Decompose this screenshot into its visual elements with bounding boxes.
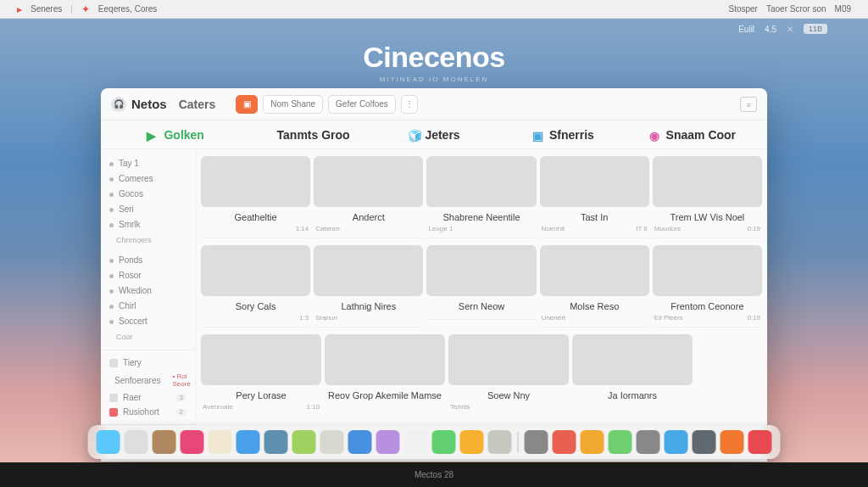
category-label: Sfnerris: [549, 128, 594, 142]
row-extra: • Rol Seore: [172, 372, 190, 388]
card-meta-right: 0:19: [747, 314, 760, 322]
share-button[interactable]: Nom Shane: [263, 95, 323, 114]
row-icon: [109, 408, 118, 417]
dock-app[interactable]: [609, 430, 632, 454]
dock-app[interactable]: [665, 430, 688, 454]
category-label: Jeters: [425, 128, 459, 142]
row-icon: [109, 394, 118, 402]
category-jeters[interactable]: 🧊Jeters: [370, 128, 498, 142]
sidebar-item[interactable]: Smrlk: [108, 217, 188, 232]
more-button[interactable]: ⋮: [401, 95, 418, 114]
category-golken[interactable]: ▶Golken: [111, 128, 240, 142]
media-card[interactable]: Ja Iormanrs: [572, 333, 693, 411]
thumbnail: [325, 334, 445, 385]
sidebar-row[interactable]: Raer3: [108, 390, 188, 405]
dock-app[interactable]: [460, 430, 484, 454]
card-title: Sern Neow: [426, 301, 536, 311]
category-sfnerris[interactable]: ▣Sfnerris: [498, 128, 627, 142]
media-card[interactable]: Pery Lorase Avenroale1:10: [201, 333, 321, 411]
sidebar-item[interactable]: Seri: [108, 202, 188, 217]
dock-app[interactable]: [553, 430, 576, 454]
dock-app[interactable]: [432, 430, 456, 454]
dock-app[interactable]: [348, 430, 372, 454]
category-icon: ◉: [649, 129, 661, 141]
sidebar-item[interactable]: Tay 1: [108, 156, 188, 171]
media-card[interactable]: Sory Cals 1:3: [201, 244, 310, 327]
sidebar-item[interactable]: Wkedion: [108, 283, 188, 299]
row-label: Rusiohort: [123, 407, 159, 417]
sidebar-item[interactable]: Rosor: [108, 268, 188, 283]
colors-button[interactable]: Gefer Colfoes: [328, 95, 396, 114]
tray-icon[interactable]: ⌅: [740, 97, 757, 112]
media-card[interactable]: Lathnig Nires Sranun: [314, 244, 423, 327]
dock-app[interactable]: [376, 430, 400, 454]
card-title: Trem LW Vis Noel: [653, 212, 762, 222]
card-meta-left: Terints: [450, 403, 470, 411]
dock-app[interactable]: [693, 430, 716, 454]
dock-app[interactable]: [525, 430, 548, 454]
sidebar-item[interactable]: Ponds: [108, 253, 188, 268]
tab-caters[interactable]: Caters: [179, 98, 216, 111]
sidebar-item[interactable]: Comeres: [108, 171, 188, 187]
menubar-item[interactable]: Eeqeres, Cores: [98, 4, 157, 14]
media-card[interactable]: Reov Grop Akemile Mamse: [325, 333, 445, 411]
dock-app[interactable]: [264, 430, 288, 454]
dock-app[interactable]: [97, 430, 120, 454]
dock-app[interactable]: [236, 430, 260, 454]
card-meta-left: Leoge 1: [428, 225, 453, 232]
sidebar-row[interactable]: Rusiohort2: [108, 405, 188, 419]
dock-app[interactable]: [721, 430, 744, 454]
dock-app[interactable]: [581, 430, 604, 454]
dock-app[interactable]: [209, 430, 232, 454]
card-title: Pery Lorase: [201, 390, 321, 400]
sidebar-item[interactable]: Gocos: [108, 187, 188, 202]
thumbnail: [572, 334, 693, 385]
system-menubar: ▸ Seneres | ✦ Eeqeres, Cores Stosper Tao…: [0, 0, 868, 19]
sidebar-item[interactable]: Chirl: [108, 299, 188, 314]
row-badge: 3: [176, 394, 186, 401]
media-card[interactable]: Anderct Cateren: [314, 154, 423, 238]
media-card[interactable]: Frentom Ceonore Ell Pleers0:19: [653, 244, 762, 327]
record-button[interactable]: ▣: [236, 95, 258, 114]
dock-app[interactable]: [181, 430, 204, 454]
app-brand[interactable]: 🎧 Netos: [111, 97, 167, 112]
sidebar-row[interactable]: Tiery: [108, 355, 188, 370]
menubar-status[interactable]: Stosper: [728, 4, 757, 14]
thumbnail: [540, 245, 649, 296]
dock-app[interactable]: [748, 430, 772, 454]
media-card[interactable]: Tast In NoenhltIT 8: [540, 154, 649, 238]
media-card[interactable]: Sern Neow: [426, 244, 536, 327]
media-card[interactable]: Geatheltie 1:14: [201, 154, 310, 238]
dock-app[interactable]: [404, 430, 428, 454]
category-tanmts-groo[interactable]: Tanmts Groo: [240, 128, 369, 142]
dock-app[interactable]: [637, 430, 660, 454]
menubar-app[interactable]: Seneres: [31, 4, 62, 14]
sidebar-item-label: Chirl: [119, 300, 136, 312]
thumbnail: [314, 156, 423, 207]
dock: [88, 425, 781, 459]
sidebar-row[interactable]: Senfoerares• Rol Seore2: [108, 370, 188, 390]
card-meta-left: Sranun: [315, 314, 337, 322]
laptop-label: Mectos 28: [415, 470, 453, 479]
dock-app[interactable]: [292, 430, 316, 454]
media-card[interactable]: Molse Reso Unenert: [540, 244, 649, 327]
category-icon: ▶: [147, 129, 159, 141]
dock-app[interactable]: [320, 430, 344, 454]
dock-app[interactable]: [125, 430, 148, 454]
dock-app[interactable]: [153, 430, 176, 454]
category-snaam-coor[interactable]: ◉Snaam Coor: [628, 128, 757, 142]
close-icon[interactable]: ✕: [787, 25, 793, 34]
row-icon: [109, 359, 118, 367]
media-card[interactable]: Soew Nny Terints: [448, 333, 569, 411]
sidebar-item[interactable]: Soccert: [108, 314, 188, 329]
menubar-status: Taoer Scror son: [766, 4, 826, 14]
thumbnail: [653, 156, 762, 207]
sidebar-item-label: Rosor: [119, 270, 142, 282]
widget-text: 4.5: [765, 25, 776, 34]
thumbnail: [201, 334, 321, 385]
media-card[interactable]: Shabrene Neentile Leoge 1: [426, 154, 536, 238]
thumbnail: [314, 245, 423, 296]
apple-menu-icon[interactable]: ▸: [17, 3, 22, 15]
dock-app[interactable]: [488, 430, 512, 454]
media-card[interactable]: Trem LW Vis Noel Muudors0:19: [653, 154, 762, 238]
